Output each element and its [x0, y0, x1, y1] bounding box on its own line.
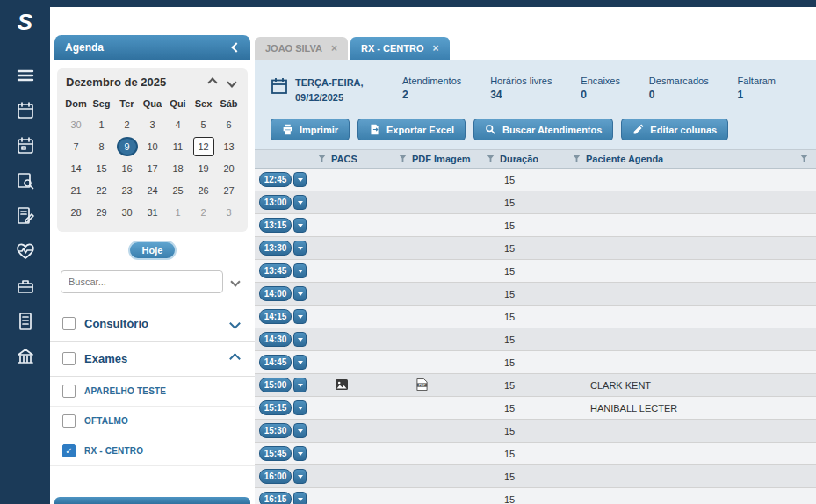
checkbox[interactable]: [62, 414, 76, 428]
time-slot-button[interactable]: 16:15: [259, 492, 292, 504]
calendar-day[interactable]: 1: [89, 113, 114, 135]
calendar-day[interactable]: 9: [114, 135, 140, 157]
section-exames[interactable]: Exames: [50, 341, 255, 376]
toolbar-button-exportar-excel[interactable]: Exportar Excel: [357, 119, 466, 140]
collapse-panel-icon[interactable]: [231, 42, 241, 52]
time-slot-dropdown[interactable]: [293, 309, 307, 324]
heart-pulse-icon[interactable]: [14, 240, 37, 263]
schedule-row[interactable]: 13:30 PDF 15: [255, 237, 816, 260]
calendar-day[interactable]: 31: [140, 201, 165, 223]
time-slot-button[interactable]: 13:00: [259, 195, 292, 210]
calendar-icon[interactable]: [14, 99, 37, 122]
calendar-day[interactable]: 8: [89, 135, 114, 157]
calendar-day[interactable]: 30: [114, 201, 140, 223]
filter-icon[interactable]: [487, 154, 495, 164]
consultorio-checkbox[interactable]: [62, 317, 76, 330]
schedule-row[interactable]: 13:45 PDF 15: [255, 260, 816, 283]
calendar-day[interactable]: 11: [165, 135, 191, 157]
calendar-day[interactable]: 15: [89, 157, 114, 179]
time-slot-dropdown[interactable]: [293, 263, 307, 278]
filter-icon[interactable]: [573, 154, 581, 164]
calendar-day[interactable]: 23: [114, 179, 140, 201]
schedule-row[interactable]: 15:00 PDF 15 CLARK KENT: [255, 374, 816, 397]
time-slot-button[interactable]: 15:00: [259, 378, 292, 392]
time-slot-dropdown[interactable]: [293, 355, 307, 370]
calendar-day[interactable]: 6: [216, 113, 242, 135]
checkbox[interactable]: [62, 385, 76, 398]
exam-item[interactable]: OFTALMO: [50, 407, 255, 436]
filter-icon[interactable]: [399, 154, 407, 164]
column-header-pdf-imagem[interactable]: PDF Imagem: [392, 154, 480, 164]
time-slot-button[interactable]: 15:45: [259, 446, 292, 461]
calendar-day[interactable]: 3: [216, 201, 242, 223]
schedule-row[interactable]: 13:00 PDF 15: [255, 191, 816, 214]
section-consultorio[interactable]: Consultório: [50, 306, 255, 341]
time-slot-button[interactable]: 14:00: [259, 286, 292, 301]
time-slot-button[interactable]: 13:45: [259, 263, 292, 278]
calendar-day[interactable]: 4: [165, 113, 191, 135]
agenda-panel-header[interactable]: Agenda: [54, 35, 250, 60]
schedule-row[interactable]: 15:15 PDF 15 HANIBALL LECTER: [255, 397, 816, 420]
calendar-day[interactable]: 16: [114, 157, 140, 179]
document-edit-icon[interactable]: [14, 205, 37, 227]
time-slot-button[interactable]: 15:15: [259, 400, 292, 415]
column-header-duracao[interactable]: Duração: [480, 154, 566, 164]
calendar-day[interactable]: 5: [191, 113, 216, 135]
tab-close-icon[interactable]: ×: [331, 42, 337, 54]
toolbar-button-buscar-atendimentos[interactable]: Buscar Atendimentos: [473, 119, 613, 140]
time-slot-dropdown[interactable]: [293, 172, 307, 187]
time-slot-dropdown[interactable]: [293, 286, 307, 301]
today-button[interactable]: Hoje: [128, 241, 177, 260]
time-slot-dropdown[interactable]: [293, 400, 307, 415]
column-header-paciente-agenda[interactable]: Paciente Agenda: [566, 154, 793, 164]
calendar-day[interactable]: 24: [140, 179, 165, 201]
search-dropdown-button[interactable]: [227, 271, 244, 292]
calendar-day[interactable]: 26: [191, 179, 216, 201]
filter-icon[interactable]: [318, 154, 326, 164]
time-slot-button[interactable]: 15:30: [259, 423, 292, 438]
pdf-icon[interactable]: PDF: [416, 382, 428, 392]
schedule-row[interactable]: 15:45 PDF 15: [255, 443, 816, 465]
time-slot-button[interactable]: 14:45: [259, 355, 292, 370]
time-slot-dropdown[interactable]: [293, 195, 307, 210]
calendar-day[interactable]: 21: [63, 179, 89, 201]
calendar-day[interactable]: 17: [140, 157, 165, 179]
schedule-row[interactable]: 15:30 PDF 15: [255, 420, 816, 443]
time-slot-dropdown[interactable]: [293, 423, 307, 438]
time-slot-dropdown[interactable]: [293, 469, 307, 484]
time-slot-button[interactable]: 14:15: [259, 309, 292, 324]
schedule-row[interactable]: 12:45 PDF 15: [255, 169, 816, 191]
time-slot-button[interactable]: 13:15: [259, 218, 292, 233]
calendar-day[interactable]: 2: [191, 201, 216, 223]
calendar-day[interactable]: 12: [191, 135, 216, 157]
calendar-day[interactable]: 25: [165, 179, 191, 201]
menu-icon[interactable]: [14, 64, 37, 87]
time-slot-dropdown[interactable]: [293, 378, 307, 392]
time-slot-button[interactable]: 12:45: [259, 172, 292, 187]
time-slot-dropdown[interactable]: [293, 332, 307, 347]
time-slot-dropdown[interactable]: [293, 446, 307, 461]
toolbar-button-editar-colunas[interactable]: Editar colunas: [621, 119, 728, 140]
time-slot-button[interactable]: 14:30: [259, 332, 292, 347]
tab-joao-silva[interactable]: JOAO SILVA×: [255, 37, 348, 60]
calendar-day[interactable]: 2: [114, 113, 140, 135]
time-slot-button[interactable]: 13:30: [259, 241, 292, 256]
calendar-day[interactable]: 19: [191, 157, 216, 179]
checkbox[interactable]: ✓: [62, 444, 76, 457]
report-icon[interactable]: [14, 310, 37, 333]
toolbar-button-imprimir[interactable]: Imprimir: [271, 119, 350, 140]
calendar-day-icon[interactable]: [14, 134, 37, 157]
search-folder-icon[interactable]: [14, 169, 37, 192]
time-slot-button[interactable]: 16:00: [259, 469, 292, 484]
schedule-row[interactable]: 16:00 PDF 15: [255, 465, 816, 488]
calendar-day[interactable]: 7: [63, 135, 89, 157]
calendar-day[interactable]: 10: [140, 135, 165, 157]
calendar-prev-icon[interactable]: [207, 77, 217, 87]
filter-icon[interactable]: [800, 154, 808, 164]
calendar-day[interactable]: 18: [165, 157, 191, 179]
calendar-day[interactable]: 20: [216, 157, 242, 179]
exames-checkbox[interactable]: [62, 352, 76, 365]
schedule-row[interactable]: 16:15 PDF 15: [255, 488, 816, 504]
schedule-row[interactable]: 13:15 PDF 15: [255, 214, 816, 237]
collapsed-section-header[interactable]: [54, 497, 250, 504]
